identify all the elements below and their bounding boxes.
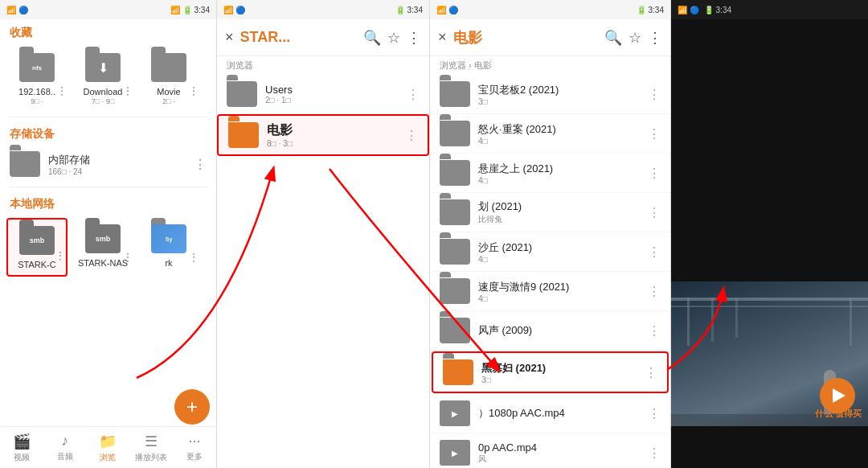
file-item-dianying[interactable]: .file-list-item.highlighted .folder-icon… [217, 114, 429, 156]
mp4-2-menu[interactable]: ⋮ [648, 445, 661, 461]
movie-menu-icon[interactable]: ⋮ [188, 84, 199, 97]
add-button[interactable]: + [174, 389, 210, 425]
nav-more[interactable]: ··· 更多 [173, 433, 216, 462]
hua-sub: 比得兔 [478, 214, 640, 225]
users-folder-icon [227, 81, 257, 107]
browser-menu-icon[interactable]: ⋮ [407, 29, 421, 47]
dianying-menu[interactable]: ⋮ [405, 128, 418, 143]
movies-search-icon[interactable]: 🔍 [604, 29, 622, 47]
internal-storage-menu[interactable]: ⋮ [194, 157, 207, 172]
baobeilaoban-menu[interactable]: ⋮ [648, 87, 661, 102]
baobeilaoban-sub: 3□ [478, 97, 640, 106]
movie-item-sub: 2□ · [162, 97, 174, 105]
users-info: Users 2□ · 1□ [265, 84, 399, 105]
starknas-menu-icon[interactable]: ⋮ [122, 251, 133, 264]
grid-item-download[interactable]: ⬇ Download 7□ · 9□ ⋮ [72, 47, 133, 110]
nav-playlist[interactable]: ☰ 播放列表 [129, 433, 173, 463]
panel-favorites: 📶 🔵 📶 🔋 3:34 收藏 nfs 192.168.. 9□ · ⋮ ⬇ [0, 0, 217, 468]
grid-item-starknas[interactable]: smb STARK-NAS ⋮ [72, 218, 133, 277]
grid-item-movie[interactable]: Movie 2□ · ⋮ [138, 47, 199, 110]
bridge-pillar-2 [711, 298, 714, 342]
video-status-bar: 📶 🔵 🔋 3:34 [671, 0, 868, 19]
mp4-1-name: ）1080p AAC.mp4 [478, 406, 575, 421]
nav-audio-label: 音频 [57, 451, 73, 462]
file-item-xuanya[interactable]: 悬崖之上 (2021) 4□ ⋮ [430, 154, 670, 193]
panel-browser: 📶 🔵 🔋 3:34 × STAR... 🔍 ☆ ⋮ 浏览器 Users 2□ … [217, 0, 430, 468]
play-button[interactable] [820, 378, 855, 413]
fengsheng-icon [440, 318, 470, 343]
file-item-users[interactable]: Users 2□ · 1□ ⋮ [217, 75, 429, 114]
starknas-folder-icon: smb [85, 224, 121, 253]
internal-storage-info: 内部存储 166□ · 24 [48, 153, 186, 176]
nav-video[interactable]: 🎬 视频 [0, 433, 43, 463]
sudu-sub: 4□ [478, 294, 640, 303]
browser-search-icon[interactable]: 🔍 [363, 29, 381, 47]
nfs-icon-wrapper: nfs [18, 51, 55, 84]
sudu-info: 速度与激情9 (2021) 4□ [478, 280, 640, 303]
file-item-baobeilaoban[interactable]: 宝贝老板2 (2021) 3□ ⋮ [430, 75, 670, 114]
xuanya-menu[interactable]: ⋮ [648, 166, 661, 181]
file-item-sudu[interactable]: 速度与激情9 (2021) 4□ ⋮ [430, 272, 670, 311]
file-item-mp4-2[interactable]: 0p AAC.mp4 风 ⋮ [430, 433, 670, 468]
starkc-folder-icon: smb [19, 226, 55, 255]
status-bar-2: 📶 🔵 🔋 3:34 [217, 0, 429, 19]
shaqiu-info: 沙丘 (2021) 4□ [478, 240, 640, 264]
grid-item-starkc[interactable]: smb STARK-C ⋮ [6, 218, 68, 277]
browser-close-icon[interactable]: × [225, 29, 234, 46]
rk-icon-wrapper: Sy [150, 223, 187, 255]
panel-video: 📶 🔵 🔋 3:34 [671, 0, 868, 468]
nav-more-label: 更多 [186, 451, 203, 462]
browser-star-icon[interactable]: ☆ [387, 29, 400, 47]
shaqiu-name: 沙丘 (2021) [478, 240, 640, 255]
movies-star-icon[interactable]: ☆ [628, 29, 641, 47]
rk-menu-icon[interactable]: ⋮ [188, 251, 199, 264]
nfs-label: nfs [32, 64, 42, 72]
file-item-fengsheng[interactable]: 风声 (2009) ⋮ [430, 311, 670, 351]
nav-audio[interactable]: ♪ 音频 [43, 433, 87, 462]
movies-menu-icon[interactable]: ⋮ [648, 29, 662, 47]
nfs-menu-icon[interactable]: ⋮ [56, 84, 68, 97]
shaqiu-menu[interactable]: ⋮ [648, 244, 661, 260]
grid-item-nfs[interactable]: nfs 192.168.. 9□ · ⋮ [6, 47, 68, 110]
nav-browse-label: 浏览 [100, 452, 116, 463]
signal-icons-1: 📶 🔵 [6, 6, 28, 14]
rk-folder-icon: Sy [151, 224, 186, 253]
starkc-menu-icon[interactable]: ⋮ [55, 249, 66, 262]
hua-name: 划 (2021) [478, 199, 640, 214]
nuhuo-name: 怒火·重案 (2021) [478, 122, 640, 137]
bridge-pillar-3 [735, 298, 738, 338]
file-item-hua[interactable]: 划 (2021) 比得兔 ⋮ [430, 193, 670, 232]
users-menu[interactable]: ⋮ [407, 87, 420, 102]
file-item-mp4-1[interactable]: ）1080p AAC.mp4 ⋮ [430, 394, 670, 433]
nav-browse[interactable]: 📁 浏览 [87, 433, 130, 463]
internal-storage-name: 内部存储 [48, 153, 186, 167]
download-item-sub: 7□ · 9□ [92, 97, 114, 105]
browser-breadcrumb: 浏览器 [217, 56, 429, 75]
nuhuo-menu[interactable]: ⋮ [648, 126, 661, 142]
signal-2: 📶 🔵 [223, 6, 245, 14]
internal-storage-sub: 166□ · 24 [48, 167, 186, 176]
movies-close-icon[interactable]: × [438, 29, 447, 46]
status-right-1: 📶 🔋 3:34 [170, 6, 210, 14]
sudu-icon [440, 278, 470, 304]
bottom-nav: 🎬 视频 ♪ 音频 📁 浏览 ☰ 播放列表 ··· 更多 [0, 426, 216, 468]
download-menu-icon[interactable]: ⋮ [122, 84, 133, 97]
sudu-menu[interactable]: ⋮ [648, 284, 661, 299]
mp4-1-menu[interactable]: ⋮ [648, 406, 661, 421]
file-item-heiguafu[interactable]: 黑寡妇 (2021) 3□ ⋮ [432, 351, 669, 393]
file-item-shaqiu[interactable]: 沙丘 (2021) 4□ ⋮ [430, 232, 670, 272]
hua-menu[interactable]: ⋮ [648, 205, 661, 220]
internal-storage-item[interactable]: 内部存储 166□ · 24 ⋮ [0, 145, 216, 183]
movie-folder-icon [151, 53, 186, 82]
grid-item-rk[interactable]: Sy rk ⋮ [138, 218, 199, 277]
video-nav-icon: 🎬 [13, 433, 31, 450]
baobeilaoban-info: 宝贝老板2 (2021) 3□ [478, 83, 640, 106]
fengsheng-menu[interactable]: ⋮ [648, 323, 661, 339]
time-2: 🔋 3:34 [395, 6, 423, 14]
download-arrow-icon: ⬇ [98, 60, 108, 76]
heiguafu-menu[interactable]: ⋮ [645, 365, 657, 380]
video-bottom-spacer [671, 426, 868, 468]
nav-video-label: 视频 [14, 452, 30, 463]
file-item-nuhuo[interactable]: 怒火·重案 (2021) 4□ ⋮ [430, 114, 670, 154]
download-folder-icon: ⬇ [85, 53, 121, 82]
